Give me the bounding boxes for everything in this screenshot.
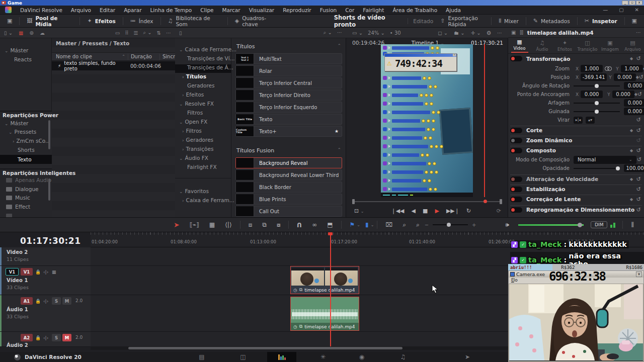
reset-icon[interactable]: ↺ — [635, 117, 642, 123]
menu-arquivo[interactable]: Arquivo — [71, 7, 91, 13]
composite-toggle[interactable] — [510, 148, 522, 153]
page-fairlight[interactable]: ♫ — [388, 352, 418, 362]
list-view-icon[interactable]: ☰ — [133, 30, 138, 36]
menu-linha-de-tempo[interactable]: Linha de Tempo — [150, 7, 192, 13]
menu-marcar[interactable]: Marcar — [222, 7, 240, 13]
enable-v1-button[interactable]: V1 — [21, 268, 33, 276]
page-color[interactable]: ◉ — [347, 352, 376, 362]
pitch-input[interactable]: 0.000 — [624, 99, 644, 107]
sort-icon[interactable]: ⇅ — [157, 30, 161, 36]
composite-mode-select[interactable]: Normal⌄ — [574, 156, 636, 164]
effects-more-icon[interactable]: ⋯ — [337, 30, 342, 36]
stabilization-toggle[interactable] — [510, 187, 522, 192]
track-header-audio1[interactable]: A1 🔒 ‹|› S M 2.0 Áudio 1 33 Clipes — [0, 295, 91, 332]
track-header-video2[interactable]: Video 2 11 Clipes — [0, 247, 91, 266]
speed-change-toggle[interactable] — [510, 176, 522, 182]
effects-search-icon[interactable]: ⌕ ⌄ — [324, 30, 332, 36]
fx-tree-fairlight-fx[interactable]: Fairlight FX — [187, 164, 217, 170]
match-frame-icon[interactable]: ⟳ — [497, 208, 501, 214]
mute-a2-button[interactable]: M — [62, 334, 71, 341]
menu-aparar[interactable]: Aparar — [124, 7, 141, 13]
menu-davinci-resolve[interactable]: DaVinci Resolve — [20, 7, 62, 13]
page-fusion[interactable]: ✳ — [308, 352, 338, 362]
zoom-in-icon[interactable]: + — [472, 222, 476, 228]
keyframe-icon[interactable]: ◆ — [628, 56, 635, 61]
dim-button[interactable]: DIM — [591, 221, 607, 228]
selection-mode-icon[interactable]: ➤ — [174, 221, 180, 229]
enable-a2-button[interactable]: A2 — [21, 334, 33, 341]
opacity-slider[interactable] — [574, 168, 620, 169]
position-y-input[interactable]: 0.000 — [614, 73, 636, 81]
menu-area-de-trabalho[interactable]: Área de Trabalho — [392, 7, 437, 13]
scrubber-playhead[interactable] — [484, 200, 487, 203]
power-bin-master[interactable]: ⌄Máster — [5, 120, 28, 126]
zoom-out-icon[interactable]: − — [425, 222, 429, 228]
bin-panel-icon[interactable]: ▯ ⌄ — [4, 30, 13, 36]
auto-select-icon[interactable]: ‹|› — [43, 269, 48, 275]
viewer-more-icon[interactable]: ⋯ — [497, 30, 502, 36]
dynamic-zoom-toggle[interactable] — [510, 138, 522, 143]
play-button[interactable]: ▶ — [435, 208, 439, 214]
filmstrip-view-icon[interactable]: ▭ — [115, 30, 120, 36]
fx-tree-efeitos[interactable]: ›Efeitos — [182, 92, 204, 98]
fusion-title-background-reveal[interactable]: Background Reveal — [235, 157, 342, 168]
os-close-button[interactable]: x — [636, 1, 642, 5]
power-bin-texto[interactable]: Texto — [18, 156, 32, 162]
scrub-end-pin[interactable] — [500, 199, 502, 204]
zoom-detail-icon[interactable]: ⌕ — [416, 221, 420, 228]
crop-toggle[interactable] — [510, 128, 522, 133]
app-maximize-button[interactable]: ▢ — [619, 7, 623, 13]
fx-tree-titulos[interactable]: ›Títulos — [182, 73, 206, 79]
reset-icon[interactable]: ↺ — [635, 127, 642, 134]
loop-button[interactable]: ↻ — [466, 208, 471, 214]
track-header-audio2[interactable]: A2 🔒 ‹|› S M 2.0 Áudio 2 — [0, 332, 91, 347]
resolve-logo-icon[interactable] — [5, 7, 12, 13]
linked-selection-icon[interactable]: ∞ — [312, 221, 317, 228]
fusion-title-bg-reveal-lower-third[interactable]: Background Reveal Lower Third — [235, 169, 342, 180]
dual-view-icon[interactable]: ⫿⫿ — [520, 30, 523, 36]
solo-a1-button[interactable]: S — [52, 297, 61, 305]
viewer-transform-icon[interactable]: ✛ ⌄ — [471, 30, 481, 36]
reset-icon[interactable]: ↺ — [636, 156, 642, 163]
inspector-button[interactable]: ✂ Inspetor — [578, 17, 625, 25]
fx-tree-open-filtros[interactable]: ›Filtros — [182, 128, 202, 134]
menu-visualizar[interactable]: Visualizar — [249, 7, 275, 13]
panel-toggle-right-icon[interactable]: ▣ — [632, 18, 637, 24]
reset-icon[interactable]: ↺ — [635, 147, 642, 154]
snapping-icon[interactable]: U — [297, 221, 302, 228]
filmstrip-icon[interactable]: ▦ — [52, 269, 56, 275]
title-texto[interactable]: Basic Title Texto — [235, 114, 342, 125]
pitch-slider[interactable] — [574, 103, 620, 104]
overwrite-clip-icon[interactable]: ⧉ — [262, 221, 267, 228]
clip-list-header[interactable]: Nome do clipe ⌃ Duração Sincr — [52, 52, 175, 61]
menu-editar[interactable]: Editar — [100, 7, 115, 13]
page-cut[interactable]: ◫ — [228, 352, 258, 362]
menu-reproduzir[interactable]: Reproduzir — [283, 7, 311, 13]
reset-icon[interactable]: ↺ — [635, 207, 642, 213]
reset-icon[interactable]: ↺ — [635, 186, 642, 193]
panel-toggle-icon[interactable]: ▣ — [7, 18, 12, 24]
menu-cor[interactable]: Cor — [345, 7, 354, 13]
favorite-star-icon[interactable]: ★ — [335, 129, 339, 134]
smart-bin-effect[interactable]: Effect — [6, 204, 30, 210]
viewer-capture-icon[interactable]: 🖿 ⌄ — [454, 30, 465, 36]
retime-scaling-toggle[interactable] — [510, 207, 522, 213]
fx-tree-transicoes-video[interactable]: Transições de Ví... — [187, 55, 235, 61]
tab-efeitos[interactable]: ✦Efeitos — [553, 38, 576, 53]
app-minimize-button[interactable]: — — [603, 7, 608, 13]
tab-video[interactable]: ▦Video — [508, 38, 531, 53]
menu-clipe[interactable]: Clipe — [200, 7, 213, 13]
reset-icon[interactable]: ↺ — [635, 176, 642, 183]
more-options-icon[interactable]: ⋯ — [166, 30, 171, 36]
viewer-color-icon[interactable]: ❂ — [487, 30, 491, 36]
replace-clip-icon[interactable]: ⧇ — [277, 221, 281, 228]
fx-tree-geradores[interactable]: Geradores — [187, 82, 214, 88]
marker-icon[interactable]: ▮ — [365, 221, 369, 228]
solo-a2-button[interactable]: S — [52, 334, 61, 341]
viewer-video[interactable]: x ⚠ 749:42:34 — [381, 44, 473, 197]
media-pool-button[interactable]: 🖽 Pool de Mídia — [20, 17, 80, 25]
title-terco-direito[interactable]: Terço Inferior Direito — [235, 89, 342, 101]
zoom-x-input[interactable]: 1.000 — [581, 65, 603, 72]
mixer-button[interactable]: ⫴ Mixer — [492, 17, 526, 25]
mixer-small-icon[interactable]: ⫼ — [631, 221, 634, 228]
